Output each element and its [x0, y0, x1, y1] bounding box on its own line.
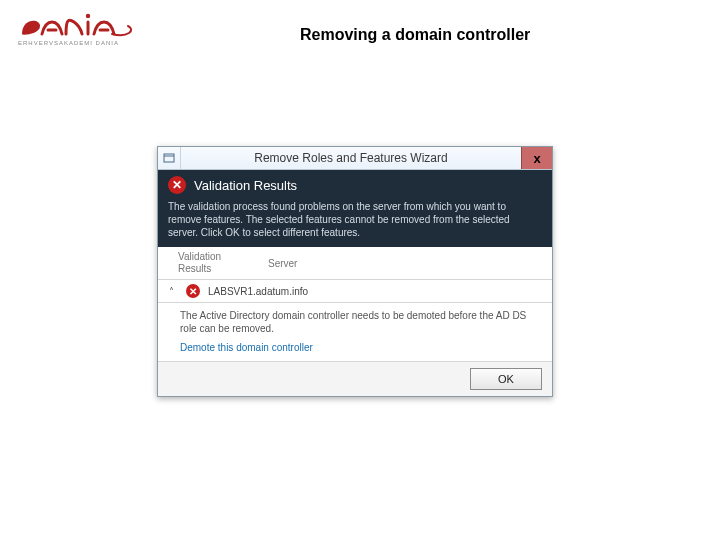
svg-point-0: [86, 14, 90, 18]
server-row[interactable]: ˄ ✕ LABSVR1.adatum.info: [158, 280, 552, 303]
col-header-results: Validation Results: [178, 251, 248, 275]
error-icon: ✕: [168, 176, 186, 194]
validation-header: ✕ Validation Results: [158, 170, 552, 200]
row-error-icon: ✕: [186, 284, 200, 298]
ok-button[interactable]: OK: [470, 368, 542, 390]
close-button[interactable]: x: [521, 147, 552, 169]
error-detail: The Active Directory domain controller n…: [158, 303, 552, 339]
dania-logo-icon: [18, 12, 138, 42]
server-name: LABSVR1.adatum.info: [208, 286, 308, 297]
brand-subtext: ERHVERVSAKADEMI DANIA: [18, 40, 138, 46]
dialog-title: Remove Roles and Features Wizard: [181, 147, 521, 169]
dialog-button-row: OK: [158, 361, 552, 396]
column-headers: Validation Results Server: [158, 247, 552, 280]
window-control-icon[interactable]: [158, 147, 181, 169]
svg-rect-1: [164, 154, 174, 162]
wizard-dialog: Remove Roles and Features Wizard x ✕ Val…: [157, 146, 553, 397]
close-icon: x: [533, 151, 540, 166]
brand-logo: ERHVERVSAKADEMI DANIA: [18, 12, 138, 46]
page-title: Removing a domain controller: [300, 26, 530, 44]
validation-title: Validation Results: [194, 178, 297, 193]
ok-button-label: OK: [498, 373, 514, 385]
demote-link[interactable]: Demote this domain controller: [180, 342, 313, 353]
chevron-up-icon: ˄: [164, 286, 178, 297]
validation-message: The validation process found problems on…: [158, 200, 552, 247]
col-header-server: Server: [268, 251, 542, 275]
dialog-titlebar: Remove Roles and Features Wizard x: [158, 147, 552, 170]
demote-link-row: Demote this domain controller: [158, 339, 552, 361]
